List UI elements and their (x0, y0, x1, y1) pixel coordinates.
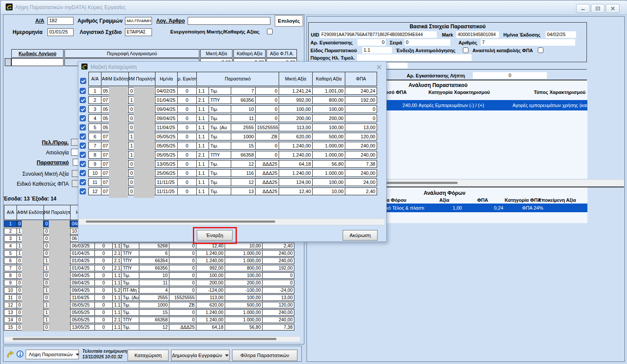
doc-row[interactable]: 70101/04/2502.1ΤΠΥ663560992,00800,00192,… (4, 265, 294, 271)
cell-code: 1.1 (196, 142, 209, 150)
vat-suspension-checkbox[interactable] (538, 47, 543, 53)
cell-date: 13/05/25 (70, 324, 95, 331)
dialog-hscrollbar-track[interactable] (79, 218, 384, 225)
gross-net-checkbox[interactable] (267, 29, 273, 34)
row-checkbox-checked-icon[interactable] (80, 179, 86, 185)
cell-aa: 12 (88, 187, 101, 195)
doc-type-field[interactable]: 1.1 (362, 47, 392, 53)
row-checkbox-checked-icon[interactable] (80, 97, 86, 103)
doc-row[interactable]: 90009/04/2501.1Τιμ.110200,00200,000 (4, 280, 294, 286)
mark-field[interactable]: 400001945801094 (456, 31, 499, 38)
provider-field[interactable] (357, 54, 472, 61)
total-gross-label: Συνολική Μικτή Αξία (0, 171, 69, 177)
cell-gross: 100,00 (279, 105, 313, 113)
cell-num: 10 (139, 272, 169, 279)
cell-code: 2.1 (196, 96, 209, 104)
cell-type: Τιμ. (209, 169, 231, 177)
close-icon[interactable] (376, 64, 382, 72)
doc-row[interactable]: 51001/04/2502.1ΤΠΥ601.240,001.000,00240,… (4, 250, 294, 257)
cell-type: Τιμ. (121, 243, 139, 249)
doc-row[interactable]: 100109/04/2505.2ΠΤ-Μη Σ40-124,00-100,00-… (4, 287, 294, 294)
plan-field[interactable]: ΕΤΑΙΡΙΑΣ (125, 28, 152, 36)
cell-branch: 0 (94, 280, 113, 286)
lines-field[interactable]: ΜΙΑ ΓΡΑΜΜΗ (125, 17, 152, 25)
header-aa: Α/Α (4, 205, 17, 220)
uid-field[interactable]: F290991AA799A756A47B771862F4B0982D94E644 (320, 31, 437, 38)
docs-hscrollbar-thumb[interactable] (13, 338, 276, 340)
date-field[interactable]: 01/01/25 (47, 28, 74, 36)
cell-aa: 4 (4, 243, 17, 249)
cell-series: 0 (169, 309, 196, 316)
row-checkbox-checked-icon[interactable] (80, 143, 86, 149)
cell-num: 66356 (139, 265, 169, 271)
doc-row[interactable]: 41006/03/2501.1Τιμ.5268012,4010,002,40 (4, 243, 294, 249)
cell-series: 0 (169, 317, 196, 323)
cell-vat: 192,00 (345, 96, 377, 104)
cell-gross: 100,00 (196, 272, 225, 279)
row-checkbox-checked-icon[interactable] (80, 115, 86, 121)
register-button[interactable]: Καταχώριση (128, 350, 169, 361)
row-checkbox-checked-icon[interactable] (80, 106, 86, 112)
cell-type: Τιμ. (209, 114, 231, 122)
row-checkbox-checked-icon[interactable] (80, 124, 86, 130)
accounts-row-selector[interactable] (5, 58, 11, 66)
close-button[interactable] (606, 4, 620, 13)
cancel-button[interactable]: Ακύρωση (343, 230, 378, 240)
row-checkbox-checked-icon[interactable] (80, 152, 86, 158)
self-billing-checkbox[interactable] (463, 47, 469, 53)
doc-row[interactable]: 80009/04/2501.1Τιμ.100100,00100,000 (4, 272, 294, 279)
cell-type: Τιμ. (209, 87, 231, 95)
row-checkbox-checked-icon[interactable] (80, 88, 86, 94)
branch-field[interactable]: 0 (357, 39, 386, 46)
cell-gross: 64,18 (279, 160, 313, 168)
doc-row[interactable]: 110011/04/2501.1Τιμ. (Αυ255515525555113,… (4, 294, 294, 301)
article-field[interactable] (188, 17, 270, 25)
row-checkbox-checked-icon[interactable] (80, 161, 86, 167)
doc-row[interactable]: 140105/05/2502.1ΤΠΥ6635801.240,001.000,0… (4, 317, 294, 323)
number-field[interactable]: 7 (481, 39, 575, 46)
cell-series: 0 (169, 250, 196, 257)
tax-h-underlying: Υποκείμενη Αξία (538, 197, 576, 203)
window-title: Λήψη Παραστατικών myDATA| Κύριες Εργασίε… (15, 4, 126, 10)
accounts-header: Κωδικός Λογ/μού Περιγραφή Λογαριασμού Μι… (11, 49, 297, 58)
doc-row[interactable]: 60101/04/2502.1ΤΠΥ6635401.240,001.000,00… (4, 257, 294, 264)
row-checkbox-checked-icon[interactable] (80, 134, 86, 140)
date-label: Ημερομηνία (13, 29, 43, 35)
mode-dropdown[interactable]: Λήψη Παραστατικών (26, 350, 79, 359)
create-entries-label: Δημιουργία Εγγραφών (172, 353, 222, 358)
docs-hscrollbar-track[interactable] (5, 336, 300, 342)
app-icon (81, 63, 88, 71)
cell-type: ΠΤ-Μη Σ (121, 287, 139, 294)
row-checkbox-checked-icon[interactable] (80, 170, 86, 176)
cell-net: 500,00 (225, 302, 263, 308)
analysis-h-category: Κατηγορία Χαρακτηρισμού (428, 90, 490, 95)
cell-vat: 13,00 (345, 124, 377, 131)
series-field[interactable]: 0 (405, 39, 450, 46)
cell-branch: 0 (177, 87, 197, 95)
info-icon[interactable] (17, 351, 24, 357)
receiver-branch-field[interactable]: 0 (473, 72, 547, 79)
cell-aa: 5 (4, 250, 17, 257)
create-entries-button[interactable]: Δημιουργία Εγγραφών (171, 350, 229, 361)
restore-button[interactable] (591, 4, 605, 13)
cell-date: 01/04/25 (155, 96, 178, 104)
aa-field[interactable]: 182 (47, 17, 74, 25)
cell-code[interactable] (11, 58, 64, 66)
sync-arrow-icon[interactable] (5, 350, 15, 360)
cell-branch: 0 (177, 105, 197, 113)
cell-num: 11 (139, 280, 169, 286)
row-checkbox-checked-icon[interactable] (80, 188, 86, 194)
cell-gross: 1.240,00 (279, 169, 313, 177)
dialog-hscrollbar-thumb[interactable] (86, 220, 275, 223)
cell-branch: 0 (94, 272, 113, 279)
doc-row[interactable]: 120105/05/2501.1Τιμ.1000ΖΒ620,00500,0012… (4, 302, 294, 308)
options-button[interactable]: Επιλογές (275, 15, 303, 27)
doc-row[interactable]: 130105/05/2501.1Τιμ.1501.240,001.000,002… (4, 309, 294, 316)
minimize-button[interactable] (576, 4, 590, 13)
header-receiver: "ΑΦΜ Παραλήπτη" (128, 72, 155, 86)
cell-branch: 0 (94, 309, 113, 316)
filters-button[interactable]: Φίλτρα Παραστατικών (232, 350, 297, 361)
doc-row[interactable]: 150013/05/2501.1Τιμ.12ΔΔΔ2564,1856,807,3… (4, 324, 294, 331)
issue-date-field[interactable]: 04/02/25 (546, 31, 576, 38)
cell-vat: 24,00 (345, 178, 377, 186)
